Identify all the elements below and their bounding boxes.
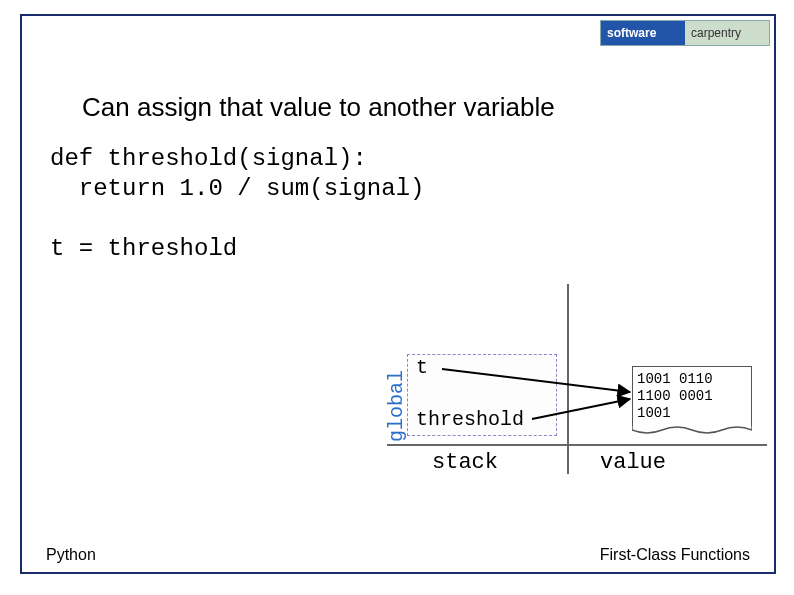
code-assign: t = threshold [50,234,237,264]
stack-label: stack [432,450,498,475]
divider-horizontal [387,444,767,446]
footer-left: Python [46,546,96,564]
logo-left: software [601,21,685,45]
scope-label: global [385,370,408,442]
memory-diagram: global t threshold 1001 0110 1100 0001 1… [372,284,780,484]
footer-right: First-Class Functions [600,546,750,564]
logo-right: carpentry [685,21,769,45]
slide-title: Can assign that value to another variabl… [82,92,555,123]
code-def: def threshold(signal): return 1.0 / sum(… [50,144,424,204]
value-label: value [600,450,666,475]
slide-frame: software carpentry Can assign that value… [20,14,776,574]
code-return-line: return 1.0 / sum(signal) [50,175,424,202]
var-threshold: threshold [416,408,524,431]
code-def-line: def threshold(signal): [50,145,367,172]
torn-edge [632,426,752,436]
var-t: t [416,356,428,379]
value-bits-box: 1001 0110 1100 0001 1001 [632,366,752,428]
software-carpentry-logo: software carpentry [600,20,770,46]
